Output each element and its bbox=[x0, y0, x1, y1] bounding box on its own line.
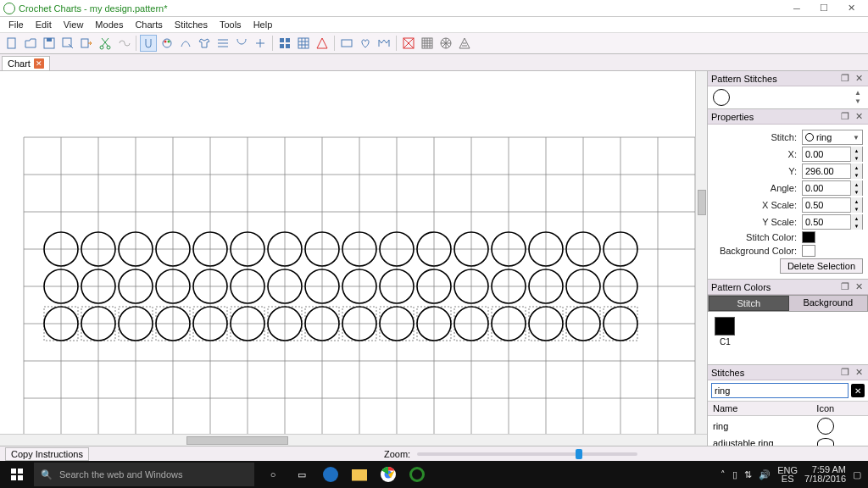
clear-search-icon[interactable] bbox=[851, 384, 865, 397]
chart-canvas[interactable] bbox=[0, 71, 707, 434]
close-panel-icon[interactable]: ✕ bbox=[853, 281, 865, 293]
angle-input[interactable] bbox=[803, 183, 850, 193]
close-panel-icon[interactable]: ✕ bbox=[853, 73, 865, 85]
cut-icon[interactable] bbox=[97, 35, 114, 52]
spin-up-icon[interactable]: ▲ bbox=[850, 147, 862, 154]
spin-up-icon[interactable]: ▲ bbox=[850, 197, 862, 205]
tray-battery-icon[interactable]: ▯ bbox=[732, 469, 737, 480]
stitchcolor-swatch[interactable] bbox=[802, 231, 815, 243]
spin-up-icon[interactable]: ▲ bbox=[850, 180, 862, 188]
grid-icon[interactable] bbox=[419, 35, 436, 52]
zoom-slider[interactable] bbox=[417, 452, 637, 456]
menu-charts[interactable]: Charts bbox=[130, 19, 167, 30]
minimize-button[interactable]: ─ bbox=[783, 1, 810, 16]
link-icon[interactable] bbox=[115, 35, 132, 52]
mshape-icon[interactable] bbox=[376, 35, 392, 52]
start-button[interactable] bbox=[0, 461, 34, 488]
heart-icon[interactable] bbox=[357, 35, 374, 52]
export-icon[interactable] bbox=[78, 35, 95, 52]
maximize-button[interactable]: ☐ bbox=[810, 1, 837, 16]
mini-scrollbar[interactable]: ▲▼ bbox=[853, 89, 863, 106]
canvas-hscrollbar[interactable] bbox=[0, 434, 707, 446]
language-indicator[interactable]: ENG ES bbox=[777, 466, 798, 483]
draw-tool-icon[interactable] bbox=[177, 35, 194, 52]
col-name-header: Name bbox=[713, 403, 788, 413]
save-as-icon[interactable] bbox=[59, 35, 76, 52]
taskview-icon[interactable]: ▭ bbox=[292, 464, 312, 485]
menu-tools[interactable]: Tools bbox=[214, 19, 247, 30]
wheel-icon[interactable] bbox=[437, 35, 454, 52]
delete-selection-button[interactable]: Delete Selection bbox=[780, 258, 863, 274]
tab-stitch-color[interactable]: Stitch bbox=[709, 296, 789, 311]
spin-down-icon[interactable]: ▼ bbox=[850, 205, 862, 213]
tab-background-color[interactable]: Background bbox=[789, 296, 868, 311]
copy-instructions-button[interactable]: Copy Instructions bbox=[5, 447, 89, 461]
triangle2-icon[interactable] bbox=[456, 35, 473, 52]
menu-help[interactable]: Help bbox=[248, 19, 278, 30]
spin-down-icon[interactable]: ▼ bbox=[850, 154, 862, 162]
undock-icon[interactable]: ❐ bbox=[839, 73, 851, 85]
canvas-vscrollbar[interactable] bbox=[695, 71, 707, 434]
menu-edit[interactable]: Edit bbox=[31, 19, 57, 30]
xscale-input[interactable] bbox=[803, 200, 850, 210]
grid4-icon[interactable] bbox=[276, 35, 293, 52]
chrome-icon[interactable] bbox=[378, 464, 398, 485]
taskbar-search[interactable]: 🔍 Search the web and Windows bbox=[34, 463, 254, 486]
explorer-icon[interactable] bbox=[349, 464, 370, 485]
open-icon[interactable] bbox=[22, 35, 39, 52]
tray-chevron-icon[interactable]: ˄ bbox=[721, 469, 726, 480]
bgcolor-swatch[interactable] bbox=[802, 245, 815, 257]
spin-down-icon[interactable]: ▼ bbox=[850, 188, 862, 196]
svg-point-8 bbox=[164, 41, 167, 43]
action-center-icon[interactable]: ▢ bbox=[853, 469, 861, 480]
rows-icon[interactable] bbox=[214, 35, 231, 52]
svg-point-9 bbox=[168, 41, 170, 43]
close-tab-icon[interactable]: ✕ bbox=[34, 58, 44, 69]
menu-modes[interactable]: Modes bbox=[90, 19, 128, 30]
triangle-icon[interactable] bbox=[314, 35, 331, 52]
spin-up-icon[interactable]: ▲ bbox=[850, 214, 862, 222]
menu-view[interactable]: View bbox=[58, 19, 89, 30]
pattern-icon[interactable] bbox=[295, 35, 312, 52]
stitch-search-input[interactable] bbox=[711, 383, 849, 398]
stitch-tool-icon[interactable] bbox=[140, 35, 157, 52]
yscale-input[interactable] bbox=[803, 217, 850, 227]
app-taskbar-icon[interactable] bbox=[407, 464, 427, 485]
tray-network-icon[interactable]: ⇅ bbox=[744, 469, 752, 480]
close-panel-icon[interactable]: ✕ bbox=[853, 367, 865, 379]
svg-rect-4 bbox=[81, 39, 88, 47]
guides-icon[interactable] bbox=[400, 35, 417, 52]
menu-file[interactable]: File bbox=[3, 19, 29, 30]
save-icon[interactable] bbox=[41, 35, 58, 52]
spin-up-icon[interactable]: ▲ bbox=[850, 164, 862, 171]
new-file-icon[interactable] bbox=[3, 35, 20, 52]
ring-stitch-icon[interactable] bbox=[713, 89, 730, 106]
undock-icon[interactable]: ❐ bbox=[839, 367, 851, 379]
decrease-icon[interactable] bbox=[233, 35, 250, 52]
undock-icon[interactable]: ❐ bbox=[839, 111, 851, 123]
tray-volume-icon[interactable]: 🔊 bbox=[759, 469, 771, 480]
increase-icon[interactable] bbox=[252, 35, 269, 52]
edge-icon[interactable] bbox=[320, 464, 341, 485]
close-button[interactable]: ✕ bbox=[837, 1, 865, 16]
stitch-list-item[interactable]: adjustable ring bbox=[708, 436, 868, 446]
svg-rect-114 bbox=[18, 469, 23, 474]
stitch-list-item[interactable]: ring bbox=[708, 416, 868, 436]
rect-icon[interactable] bbox=[338, 35, 355, 52]
spin-down-icon[interactable]: ▼ bbox=[850, 171, 862, 179]
spin-down-icon[interactable]: ▼ bbox=[850, 222, 862, 230]
tab-chart[interactable]: Chart ✕ bbox=[2, 56, 50, 70]
adjustable-ring-icon bbox=[817, 438, 834, 446]
undock-icon[interactable]: ❐ bbox=[839, 281, 851, 293]
x-input[interactable] bbox=[803, 149, 850, 159]
y-input[interactable] bbox=[803, 166, 850, 176]
menu-stitches[interactable]: Stitches bbox=[170, 19, 213, 30]
color-tool-icon[interactable] bbox=[159, 35, 175, 52]
chevron-down-icon: ▼ bbox=[853, 134, 860, 141]
clock[interactable]: 7:59 AM 7/18/2016 bbox=[804, 465, 846, 484]
shirt-icon[interactable] bbox=[196, 35, 213, 52]
stitch-select[interactable]: ring ▼ bbox=[802, 130, 863, 145]
color-c1-swatch[interactable] bbox=[715, 317, 735, 336]
close-panel-icon[interactable]: ✕ bbox=[853, 111, 865, 123]
cortana-icon[interactable]: ○ bbox=[263, 464, 283, 485]
